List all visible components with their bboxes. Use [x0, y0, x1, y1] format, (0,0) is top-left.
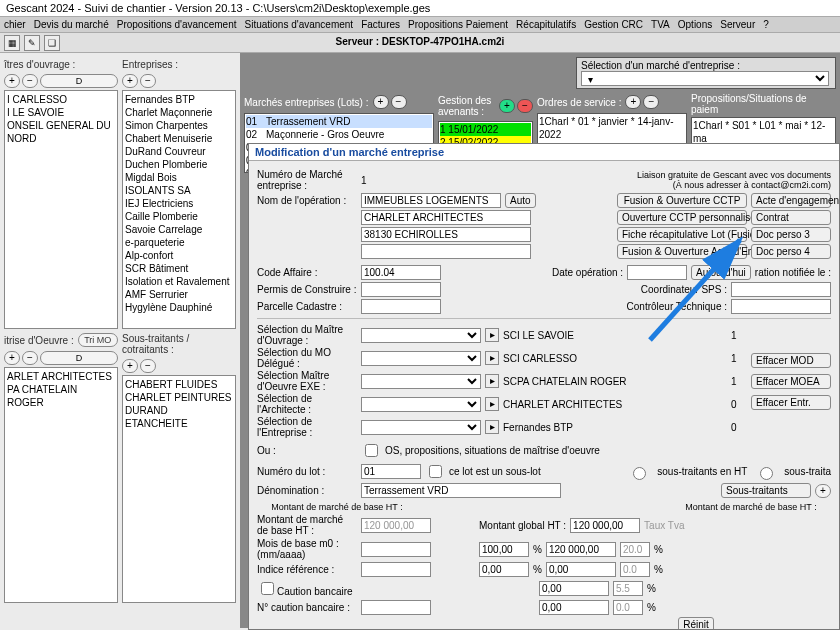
fusion-acte-button[interactable]: Fusion & Ouverture Acte d'Engagem [617, 244, 747, 259]
ordre-row[interactable]: 1Charl * 01 * janvier * 14-janv-2022 [539, 115, 685, 141]
list-item[interactable]: AMF Serrurier [125, 288, 233, 301]
coord-input[interactable] [731, 282, 831, 297]
arrow-button[interactable]: ▸ [485, 351, 499, 365]
souslot-checkbox[interactable] [429, 465, 442, 478]
arrow-button[interactable]: ▸ [485, 397, 499, 411]
mglobal-input[interactable] [570, 518, 640, 533]
add-ordre-button[interactable]: + [625, 95, 641, 109]
st-ht-radio[interactable] [633, 467, 646, 480]
numlot-input[interactable] [361, 464, 421, 479]
menu-item[interactable]: Factures [361, 19, 400, 30]
arrow-button[interactable]: ▸ [485, 420, 499, 434]
list-item[interactable]: SCR Bâtiment [125, 262, 233, 275]
acte-eng-button[interactable]: Acte d'engagement [751, 193, 831, 208]
sous-traitants-button[interactable]: Sous-traitants [721, 483, 811, 498]
propos-row[interactable]: 1Charl * S01 * L01 * mai * 12-ma [693, 119, 834, 145]
aujourdhui-button[interactable]: Aujourd'hui [691, 265, 751, 280]
addr1-input[interactable] [361, 210, 531, 225]
list-item[interactable]: ISOLANTS SA [125, 184, 233, 197]
list-item[interactable]: ONSEIL GENERAL DU NORD [7, 119, 115, 145]
menu-item[interactable]: Situations d'avancement [244, 19, 353, 30]
add-button[interactable]: + [4, 351, 20, 365]
avenant-row[interactable]: 1 15/01/2022 [440, 123, 531, 136]
list-item[interactable]: Fernandes BTP [125, 93, 233, 106]
lot-row[interactable]: 01Terrassement VRD [246, 115, 432, 128]
list-item[interactable]: IEJ Electriciens [125, 197, 233, 210]
menu-item[interactable]: Propositions Paiement [408, 19, 508, 30]
os-checkbox[interactable] [365, 444, 378, 457]
mois2-input[interactable] [546, 542, 616, 557]
add-avenant-button[interactable]: + [499, 99, 515, 113]
nom-op-input[interactable] [361, 193, 501, 208]
sel-moexe-dropdown[interactable] [361, 374, 481, 389]
sel-ent-dropdown[interactable]: ▾ [581, 71, 829, 86]
remove-lot-button[interactable]: − [391, 95, 407, 109]
remove-button[interactable]: − [140, 359, 156, 373]
arrow-button[interactable]: ▸ [485, 374, 499, 388]
sel-archi-dropdown[interactable] [361, 397, 481, 412]
tri-button[interactable]: Tri MO [78, 333, 118, 347]
list-item[interactable]: Caille Plomberie [125, 210, 233, 223]
menu-item[interactable]: chier [4, 19, 26, 30]
effacer-mod-button[interactable]: Effacer MOD [751, 353, 831, 368]
add-button[interactable]: + [122, 359, 138, 373]
remove-avenant-button[interactable]: − [517, 99, 533, 113]
list-item[interactable]: DURAND ETANCHEITE [125, 404, 233, 430]
parcelle-input[interactable] [361, 299, 441, 314]
list-item[interactable]: Alp-confort [125, 249, 233, 262]
indice-pc-input[interactable] [479, 562, 529, 577]
menu-item[interactable]: Serveur [720, 19, 755, 30]
add-button[interactable]: + [122, 74, 138, 88]
caution2-input[interactable] [539, 581, 609, 596]
list-item[interactable]: DuRand Couvreur [125, 145, 233, 158]
list-item[interactable]: CHARLET PEINTURES [125, 391, 233, 404]
menu-item[interactable]: Options [678, 19, 712, 30]
fiche-recap-button[interactable]: Fiche récapitulative Lot (Fusion Exc... [617, 227, 747, 242]
sel-mo-dropdown[interactable] [361, 328, 481, 343]
add-button[interactable]: + [4, 74, 20, 88]
remove-ordre-button[interactable]: − [643, 95, 659, 109]
ncaution2-input[interactable] [539, 600, 609, 615]
menu-item[interactable]: TVA [651, 19, 670, 30]
d-button[interactable]: D [40, 74, 118, 88]
menu-item[interactable]: Gestion CRC [584, 19, 643, 30]
add-st-button[interactable]: + [815, 484, 831, 498]
menu-item[interactable]: Devis du marché [34, 19, 109, 30]
ncaution-input[interactable] [361, 600, 431, 615]
sel-mod-dropdown[interactable] [361, 351, 481, 366]
contrat-button[interactable]: Contrat [751, 210, 831, 225]
list-item[interactable]: Charlet Maçonnerie [125, 106, 233, 119]
d-button[interactable]: D [40, 351, 118, 365]
effacer-moea-button[interactable]: Effacer MOEA [751, 374, 831, 389]
list-item[interactable]: e-parqueterie [125, 236, 233, 249]
list-item[interactable]: I CARLESSO [7, 93, 115, 106]
mois-input[interactable] [361, 542, 431, 557]
remove-button[interactable]: − [140, 74, 156, 88]
contr-input[interactable] [731, 299, 831, 314]
remove-button[interactable]: − [22, 351, 38, 365]
permis-input[interactable] [361, 282, 441, 297]
list-item[interactable]: Duchen Plomberie [125, 158, 233, 171]
entreprises-list[interactable]: Fernandes BTP Charlet Maçonnerie Simon C… [122, 90, 236, 329]
list-item[interactable]: Isolation et Ravalement [125, 275, 233, 288]
caution-checkbox[interactable] [261, 582, 274, 595]
list-item[interactable]: Savoie Carrelage [125, 223, 233, 236]
sel-entr-dropdown[interactable] [361, 420, 481, 435]
denom-input[interactable] [361, 483, 561, 498]
menu-item[interactable]: Récapitulatifs [516, 19, 576, 30]
list-item[interactable]: CHABERT FLUIDES [125, 378, 233, 391]
st-radio[interactable] [760, 467, 773, 480]
lot-row[interactable]: 02Maçonnerie - Gros Oeuvre [246, 128, 432, 141]
open-cctp-button[interactable]: Ouverture CCTP personnalisé [617, 210, 747, 225]
moe-list[interactable]: ARLET ARCHITECTES PA CHATELAIN ROGER [4, 367, 118, 603]
remove-button[interactable]: − [22, 74, 38, 88]
indice2-input[interactable] [546, 562, 616, 577]
indice-input[interactable] [361, 562, 431, 577]
addr3-input[interactable] [361, 244, 531, 259]
add-lot-button[interactable]: + [373, 95, 389, 109]
list-item[interactable]: I LE SAVOIE [7, 106, 115, 119]
auto-button[interactable]: Auto [505, 193, 536, 208]
date-op-input[interactable] [627, 265, 687, 280]
sous-list[interactable]: CHABERT FLUIDES CHARLET PEINTURES DURAND… [122, 375, 236, 603]
list-item[interactable]: Chabert Menuiserie [125, 132, 233, 145]
